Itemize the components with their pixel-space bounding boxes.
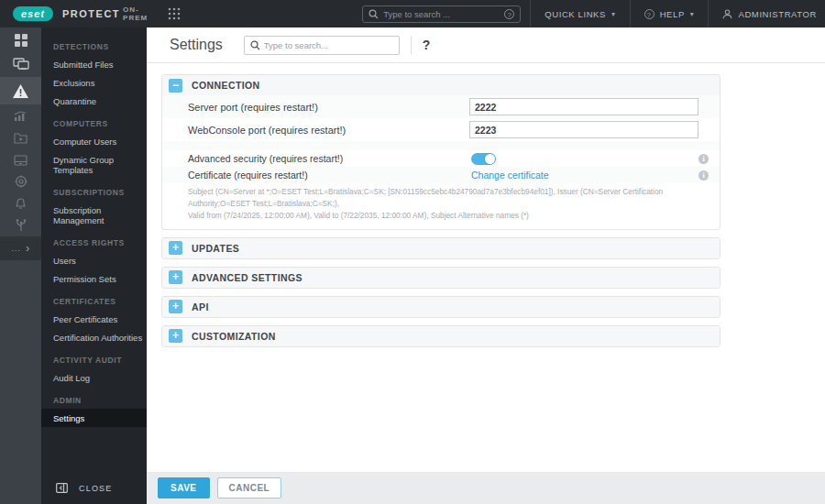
- sidebar-section-admin: ADMIN: [41, 387, 147, 409]
- sidebar-section-subscriptions: SUBSCRIPTIONS: [41, 179, 147, 201]
- save-button[interactable]: SAVE: [158, 477, 210, 499]
- close-label: CLOSE: [79, 484, 113, 493]
- settings-search[interactable]: [244, 36, 400, 55]
- advanced-security-row: Advanced security (requires restart!) i: [162, 150, 720, 167]
- server-port-row: Server port (requires restart!): [162, 95, 720, 118]
- main-area: Settings ? − CONNECTION Server port (req…: [147, 27, 825, 504]
- api-section-header[interactable]: + API: [162, 297, 720, 317]
- certificate-details-line2: Valid from (7/24/2025, 12:00:00 AM), Val…: [188, 210, 676, 222]
- webconsole-port-label: WebConsole port (requires restart!): [188, 125, 346, 136]
- sidebar-section-computers: COMPUTERS: [41, 110, 147, 132]
- help-menu[interactable]: ? HELP ▾: [630, 0, 709, 27]
- divider: [411, 36, 412, 54]
- connection-section: − CONNECTION Server port (requires resta…: [161, 74, 720, 230]
- section-title: CUSTOMIZATION: [192, 331, 276, 342]
- sidebar-item-quarantine[interactable]: Quarantine: [41, 92, 147, 110]
- user-icon: [722, 9, 732, 19]
- quick-links-label: QUICK LINKS: [544, 9, 606, 19]
- section-title: CONNECTION: [192, 80, 260, 91]
- page-help-icon[interactable]: ?: [423, 38, 431, 52]
- certificate-row: Certificate (requires restart!) Change c…: [162, 167, 720, 183]
- sidebar-item-permission-sets[interactable]: Permission Sets: [41, 269, 147, 288]
- action-footer: SAVE CANCEL: [147, 472, 825, 504]
- divider: [162, 141, 720, 150]
- top-bar: eset PROTECT ON-PREM ? QUICK LINKS ▾ ? H…: [0, 0, 825, 27]
- section-title: ADVANCED SETTINGS: [192, 272, 302, 283]
- certificate-label: Certificate (requires restart!): [188, 170, 308, 181]
- advanced-settings-section-header[interactable]: + ADVANCED SETTINGS: [162, 268, 720, 288]
- eset-logo[interactable]: eset: [13, 6, 53, 21]
- sidebar-section-detections: DETECTIONS: [41, 33, 147, 55]
- expand-section-icon[interactable]: +: [169, 329, 182, 343]
- status-overview-icon[interactable]: [0, 214, 41, 236]
- sidebar-item-subscription-management[interactable]: Subscription Management: [41, 201, 147, 229]
- settings-content: − CONNECTION Server port (requires resta…: [147, 63, 825, 347]
- page-header: Settings ?: [147, 27, 825, 63]
- server-port-label: Server port (requires restart!): [188, 102, 318, 113]
- sidebar-item-audit-log[interactable]: Audit Log: [41, 368, 147, 387]
- quick-links-menu[interactable]: QUICK LINKS ▾: [530, 0, 629, 27]
- customization-section: + CUSTOMIZATION: [161, 325, 720, 347]
- chevron-down-icon: ▾: [611, 10, 616, 18]
- expand-section-icon[interactable]: +: [169, 241, 182, 255]
- webconsole-port-row: WebConsole port (requires restart!): [162, 118, 720, 141]
- certificate-details: Subject (CN=Server at *;O=ESET Test;L=Br…: [162, 183, 720, 229]
- updates-section: + UPDATES: [161, 237, 720, 259]
- advanced-security-label: Advanced security (requires restart!): [188, 153, 343, 164]
- change-certificate-link[interactable]: Change certificate: [471, 170, 549, 181]
- section-title: UPDATES: [192, 243, 239, 254]
- chevron-down-icon: ▾: [690, 10, 695, 18]
- sidebar-item-exclusions[interactable]: Exclusions: [41, 73, 147, 92]
- info-icon[interactable]: i: [698, 154, 709, 164]
- global-search-input[interactable]: [383, 9, 504, 19]
- product-suffix: ON-PREM: [123, 5, 148, 22]
- tasks-icon[interactable]: [0, 126, 41, 148]
- api-section: + API: [161, 296, 720, 318]
- sidebar-item-certification-authorities[interactable]: Certification Authorities: [41, 328, 147, 346]
- sidebar-section-access-rights: ACCESS RIGHTS: [41, 229, 147, 251]
- global-search[interactable]: ?: [362, 5, 521, 23]
- section-title: API: [192, 301, 209, 312]
- sidebar-item-settings[interactable]: Settings: [41, 409, 147, 427]
- server-port-input[interactable]: [469, 98, 698, 115]
- info-icon[interactable]: i: [698, 170, 709, 181]
- webconsole-port-input[interactable]: [469, 121, 698, 138]
- user-label: ADMINISTRATOR: [738, 9, 817, 19]
- product-name: PROTECT: [62, 8, 120, 19]
- collapse-sidebar-icon: [56, 483, 68, 493]
- policies-icon[interactable]: [0, 170, 41, 192]
- apps-grid-icon[interactable]: [168, 7, 181, 20]
- connection-section-header[interactable]: − CONNECTION: [162, 75, 720, 95]
- detections-icon[interactable]: [0, 77, 41, 104]
- updates-section-header[interactable]: + UPDATES: [162, 238, 720, 258]
- help-icon: ?: [644, 9, 654, 19]
- notifications-icon[interactable]: [0, 192, 41, 214]
- sidebar-item-computer-users[interactable]: Computer Users: [41, 132, 147, 150]
- sidebar-item-peer-certificates[interactable]: Peer Certificates: [41, 310, 147, 328]
- expand-section-icon[interactable]: +: [169, 270, 182, 284]
- collapse-sidebar-button[interactable]: CLOSE: [41, 477, 147, 499]
- user-menu[interactable]: ADMINISTRATOR: [708, 0, 825, 27]
- computers-icon[interactable]: [0, 52, 41, 77]
- sidebar-section-certificates: CERTIFICATES: [41, 288, 147, 310]
- collapse-section-icon[interactable]: −: [169, 79, 182, 93]
- customization-section-header[interactable]: + CUSTOMIZATION: [162, 326, 720, 346]
- search-help-icon[interactable]: ?: [504, 9, 514, 19]
- expand-rail-button[interactable]: ... ›: [0, 236, 41, 260]
- advanced-security-toggle[interactable]: [471, 153, 496, 165]
- dashboard-icon[interactable]: [0, 27, 41, 52]
- reports-icon[interactable]: [0, 104, 41, 126]
- cancel-button[interactable]: CANCEL: [217, 477, 282, 499]
- icon-rail: ... ›: [0, 27, 41, 504]
- sidebar-item-submitted-files[interactable]: Submitted Files: [41, 55, 147, 73]
- page-title: Settings: [170, 37, 223, 53]
- sidebar-item-users[interactable]: Users: [41, 251, 147, 269]
- settings-search-input[interactable]: [264, 40, 393, 50]
- expand-section-icon[interactable]: +: [169, 300, 182, 313]
- chevron-right-icon: ›: [26, 244, 29, 253]
- help-label: HELP: [660, 9, 685, 19]
- certificate-details-line1: Subject (CN=Server at *;O=ESET Test;L=Br…: [188, 186, 676, 210]
- installers-icon[interactable]: [0, 148, 41, 170]
- sidebar-section-activity-audit: ACTIVITY AUDIT: [41, 346, 147, 368]
- sidebar-item-dynamic-group-templates[interactable]: Dynamic Group Templates: [41, 150, 147, 179]
